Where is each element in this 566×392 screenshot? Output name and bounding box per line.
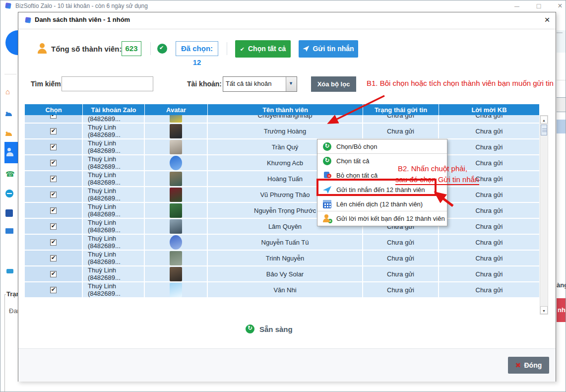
table-row[interactable]: Thuỳ Linh (8482689... Lâm Quyên Chưa gửi… — [25, 219, 539, 234]
row-select-cell[interactable] — [25, 124, 83, 138]
account-dropdown[interactable]: Tất cả tài khoản — [223, 76, 297, 92]
row-checkbox-checked[interactable] — [50, 144, 57, 150]
row-select-cell[interactable] — [25, 171, 83, 186]
search-input[interactable] — [62, 76, 153, 91]
close-x-icon: ✖ — [515, 361, 521, 369]
row-select-cell[interactable] — [25, 235, 83, 250]
table-scrollbar[interactable] — [540, 115, 548, 315]
row-select-cell[interactable] — [25, 187, 83, 202]
table-row[interactable]: Thuỳ Linh (8482689... Bảo Vy Solar Chưa … — [25, 266, 539, 281]
scroll-down-icon[interactable] — [540, 306, 548, 314]
scroll-up-icon[interactable] — [540, 116, 548, 124]
header-friend-invite[interactable]: Lời mời KB — [439, 104, 539, 115]
row-invite-cell: Chưa gửi — [439, 219, 539, 234]
header-avatar[interactable]: Avatar — [145, 104, 208, 115]
row-select-cell[interactable] — [25, 139, 83, 154]
row-select-cell[interactable] — [25, 266, 83, 281]
table-row[interactable]: Thuỳ Linh (8482689... Nguyễn Trọng Phước… — [25, 203, 539, 218]
menu-item-label: Chọn tất cả — [336, 157, 370, 165]
row-invite-cell: Chưa gửi — [439, 266, 539, 281]
friends-icon[interactable] — [5, 127, 8, 135]
row-checkbox-checked[interactable] — [50, 287, 57, 293]
check-circle-icon — [157, 44, 167, 54]
row-checkbox-checked[interactable] — [50, 271, 57, 277]
contacts-icon[interactable] — [5, 107, 8, 116]
row-account-cell: Thuỳ Linh (8482689... — [83, 235, 145, 250]
row-avatar-cell — [145, 139, 208, 154]
row-select-cell[interactable] — [25, 219, 83, 234]
close-dialog-button[interactable]: ✖Đóng — [508, 357, 549, 374]
table-row[interactable]: Thuỳ Linh (8482689... Trinh Nguyễn Chưa … — [25, 251, 539, 265]
background-group-row: Đan — [9, 307, 18, 315]
window-minimize-button[interactable] — [512, 1, 521, 10]
row-name-cell: Nguyễn Tuấn Tú — [208, 235, 363, 250]
row-avatar-cell — [145, 155, 208, 170]
member-name-text: Trường Hoàng — [264, 128, 306, 135]
row-checkbox-checked[interactable] — [50, 223, 57, 230]
context-menu-item[interactable]: Chọn/Bỏ chọn — [317, 139, 447, 154]
table-row[interactable]: Thuỳ Linh (8482689... Nguyễn Tuấn Tú Chư… — [25, 235, 539, 250]
phone-icon[interactable] — [5, 170, 15, 179]
dialog-close-icon[interactable] — [542, 15, 552, 25]
annotation-b1: B1. Bôi chọn hoặc tích chọn thành viên b… — [367, 79, 554, 87]
account-text: Thuỳ Linh (8482689... — [88, 235, 144, 250]
groups-icon-active[interactable] — [4, 142, 18, 163]
send-status-text: Chưa gửi — [387, 255, 414, 262]
table-row[interactable]: Thuỳ Linh (8482689... Vũ Phương Thảo Chư… — [25, 187, 539, 202]
account-text: Thuỳ Linh (8482689... — [88, 203, 144, 218]
row-select-cell[interactable] — [25, 282, 83, 297]
row-select-cell[interactable] — [25, 155, 83, 170]
invite-status-text: Chưa gửi — [476, 270, 503, 278]
members-table: Chọn Tài khoản Zalo Avatar Tên thành viê… — [25, 104, 539, 115]
row-select-cell[interactable] — [25, 203, 83, 218]
row-checkbox-checked[interactable] — [50, 176, 57, 182]
row-checkbox-checked[interactable] — [50, 255, 57, 261]
misc-icon[interactable] — [6, 269, 13, 273]
row-checkbox-checked[interactable] — [50, 192, 57, 198]
chat-icon[interactable] — [5, 190, 13, 197]
row-checkbox-checked[interactable] — [50, 160, 57, 166]
table-row[interactable]: Thuỳ Linh (8482689... Chuyennhangnhap Ch… — [25, 115, 539, 123]
header-zalo-account[interactable]: Tài khoản Zalo — [83, 104, 145, 115]
clear-filter-button[interactable]: Xóa bộ lọc — [311, 76, 356, 92]
select-all-button[interactable]: Chọn tất cả — [235, 40, 291, 58]
monitor-icon[interactable] — [5, 228, 13, 234]
row-account-cell: Thuỳ Linh (8482689... — [83, 219, 145, 234]
chevron-down-icon[interactable] — [286, 77, 297, 91]
row-checkbox-checked[interactable] — [50, 128, 57, 134]
row-name-cell: Văn Nhi — [208, 282, 363, 297]
dialog-footer: ✖Đóng — [18, 349, 556, 382]
row-checkbox-checked[interactable] — [50, 207, 57, 214]
avatar — [170, 140, 182, 154]
send-message-button[interactable]: Gửi tin nhắn — [299, 40, 358, 58]
invite-status-text: Chưa gửi — [476, 286, 503, 294]
context-menu-item[interactable]: Lên chiến dịch (12 thành viên) — [317, 197, 447, 211]
row-select-cell[interactable] — [25, 115, 83, 123]
header-select[interactable]: Chọn — [25, 104, 83, 115]
search-label: Tìm kiếm: — [31, 80, 63, 88]
member-name-text: Trinh Nguyễn — [266, 255, 305, 262]
table-row[interactable]: Thuỳ Linh (8482689... Trần Quý Chưa gửi … — [25, 139, 539, 154]
account-dropdown-value: Tất cả tài khoản — [226, 80, 272, 87]
background-status-fragment: àng — [557, 281, 566, 289]
row-status-cell: Chưa gửi — [363, 282, 439, 297]
window-titlebar: BizSoftio Zalo - 10 tài khoản - còn 6 ng… — [0, 0, 566, 12]
scrollbar-thumb[interactable] — [541, 125, 547, 135]
table-row[interactable]: Thuỳ Linh (8482689... Văn Nhi Chưa gửi C… — [25, 282, 539, 297]
row-select-cell[interactable] — [25, 251, 83, 265]
context-menu-item[interactable]: + Gửi lời mời kết bạn đến 12 thành viên — [317, 211, 447, 226]
tool-icon[interactable] — [5, 209, 13, 217]
table-row[interactable]: Thuỳ Linh (8482689... Trường Hoàng Chưa … — [25, 124, 539, 138]
row-status-cell: Chưa gửi — [363, 266, 439, 281]
divider — [150, 42, 151, 55]
account-text: Thuỳ Linh (8482689... — [88, 219, 144, 234]
home-icon[interactable] — [5, 87, 10, 96]
member-name-text: Văn Nhi — [273, 286, 296, 294]
window-maximize-button[interactable] — [534, 1, 543, 10]
row-account-cell: Thuỳ Linh (8482689... — [83, 115, 145, 123]
account-text: Thuỳ Linh (8482689... — [88, 139, 144, 154]
window-close-button[interactable] — [556, 1, 565, 10]
row-checkbox-checked[interactable] — [50, 115, 57, 119]
row-checkbox-checked[interactable] — [50, 239, 57, 246]
account-text: Thuỳ Linh (8482689... — [88, 251, 144, 265]
